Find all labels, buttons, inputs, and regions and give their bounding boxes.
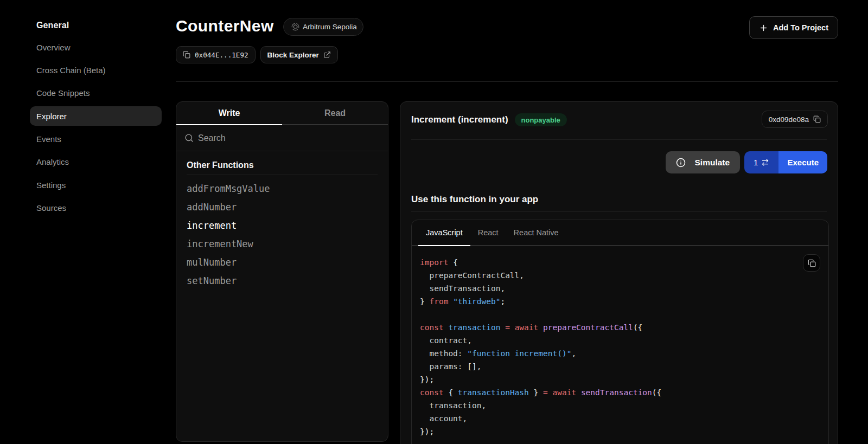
code-token: transactionHash [458, 388, 529, 397]
sidebar-nav: Overview Cross Chain (Beta) Code Snippet… [30, 37, 162, 221]
code-line [420, 308, 661, 321]
code-token: "thirdweb" [453, 297, 500, 306]
function-item[interactable]: mulNumber [187, 253, 378, 272]
code-line: import { [420, 256, 661, 269]
usage-title: Use this function in your app [411, 194, 538, 205]
function-item[interactable]: incrementNew [187, 235, 378, 253]
code-token [500, 323, 505, 332]
execute-button[interactable]: Execute [778, 151, 827, 173]
function-detail-panel: Increment (increment) nonpayable 0xd09de… [400, 101, 838, 444]
sidebar-item-events[interactable]: Events [30, 130, 162, 149]
code-token: prepareContractCall [543, 323, 633, 332]
swap-icon [761, 158, 769, 166]
code-token [510, 323, 515, 332]
header-divider [176, 81, 838, 82]
execute-label: Execute [787, 158, 819, 167]
function-item[interactable]: addNumber [187, 198, 378, 216]
code-line: prepareContractCall, [420, 269, 661, 282]
code-token: const [420, 388, 444, 397]
tab-read[interactable]: Read [282, 102, 388, 124]
code-token: }); [420, 375, 434, 384]
code-token [448, 258, 453, 267]
external-link-icon [323, 51, 331, 59]
code-token: = [543, 388, 548, 397]
sidebar-item-sources[interactable]: Sources [30, 198, 162, 218]
code-card: JavaScript React React Native import { p… [411, 220, 829, 444]
selector-button[interactable]: 0xd09de08a [762, 111, 828, 128]
block-explorer-label: Block Explorer [267, 51, 319, 59]
code-line: const { transactionHash } = await sendTr… [420, 386, 661, 399]
copy-icon [808, 259, 816, 267]
function-title: Increment (increment) [411, 114, 508, 125]
code-line: }); [420, 425, 661, 438]
code-token: } [420, 297, 425, 306]
code-token: contract, [420, 336, 472, 345]
function-item[interactable]: increment [187, 216, 378, 235]
code-token: }); [420, 427, 434, 436]
code-token [538, 388, 543, 397]
selector-value: 0xd09de08a [769, 115, 809, 124]
function-item[interactable]: setNumber [187, 272, 378, 290]
functions-list-wrap: Other Functions addFromMsgValue addNumbe… [176, 151, 388, 299]
code-line: } from "thirdweb"; [420, 295, 661, 308]
network-badge[interactable]: Arbitrum Sepolia [283, 18, 363, 36]
code-line: transaction, [420, 399, 661, 412]
code-token: transaction, [420, 401, 486, 410]
search-row [176, 125, 388, 151]
code-token: { [448, 388, 457, 397]
search-input[interactable] [198, 133, 380, 143]
code-token: params: [420, 362, 467, 371]
simulate-button[interactable]: Simulate [666, 151, 741, 173]
copy-icon [183, 51, 190, 59]
code-token: , [571, 349, 576, 358]
sidebar-item-cross-chain[interactable]: Cross Chain (Beta) [30, 60, 162, 80]
function-detail-header: Increment (increment) nonpayable 0xd09de… [400, 102, 838, 139]
code-block: import { prepareContractCall, sendTransa… [420, 256, 661, 438]
code-copy-button[interactable] [803, 254, 820, 272]
sidebar-heading: General [36, 21, 69, 30]
function-item[interactable]: addFromMsgValue [187, 179, 378, 198]
simulate-label: Simulate [695, 158, 730, 168]
execute-count-button[interactable]: 1 [744, 151, 778, 173]
info-icon [676, 158, 686, 168]
code-tab-javascript[interactable]: JavaScript [418, 220, 470, 245]
code-line: sendTransaction, [420, 282, 661, 295]
code-tab-react-native[interactable]: React Native [506, 220, 566, 245]
code-token: { [453, 258, 458, 267]
sidebar-item-code-snippets[interactable]: Code Snippets [30, 83, 162, 103]
plus-icon [759, 23, 768, 33]
sidebar-item-overview[interactable]: Overview [30, 37, 162, 57]
code-line: contract, [420, 334, 661, 347]
code-token [448, 297, 453, 306]
block-explorer-button[interactable]: Block Explorer [260, 46, 338, 63]
function-title-row: Increment (increment) nonpayable [411, 113, 567, 126]
code-tab-react[interactable]: React [470, 220, 506, 245]
code-token [538, 323, 543, 332]
sidebar: General Overview Cross Chain (Beta) Code… [0, 0, 176, 444]
tab-write[interactable]: Write [176, 102, 282, 124]
page-title: CounterNew [176, 17, 274, 35]
code-line: const transaction = await prepareContrac… [420, 321, 661, 334]
code-token [576, 388, 581, 397]
network-badge-label: Arbitrum Sepolia [303, 23, 357, 31]
header-actions: 0x044E...1E92 Block Explorer [176, 46, 338, 63]
sidebar-item-explorer[interactable]: Explorer [30, 106, 162, 126]
functions-list: addFromMsgValue addNumber increment incr… [187, 179, 378, 290]
action-row: Simulate 1 Execute [666, 151, 828, 173]
execute-split-button: 1 Execute [744, 151, 827, 173]
copy-icon [813, 115, 821, 123]
add-to-project-button[interactable]: Add To Project [749, 16, 838, 39]
code-line: account, [420, 412, 661, 425]
code-token: prepareContractCall, [420, 271, 524, 280]
sidebar-item-analytics[interactable]: Analytics [30, 152, 162, 172]
code-token: sendTransaction, [420, 284, 505, 293]
contract-address: 0x044E...1E92 [195, 51, 248, 59]
code-token: import [420, 258, 448, 267]
code-token: "function increment()" [467, 349, 571, 358]
usage-divider [411, 211, 827, 212]
code-token: sendTransaction [581, 388, 652, 397]
contract-address-button[interactable]: 0x044E...1E92 [176, 46, 256, 63]
sidebar-item-settings[interactable]: Settings [30, 175, 162, 195]
code-token: = [505, 323, 510, 332]
detail-divider [411, 139, 827, 140]
